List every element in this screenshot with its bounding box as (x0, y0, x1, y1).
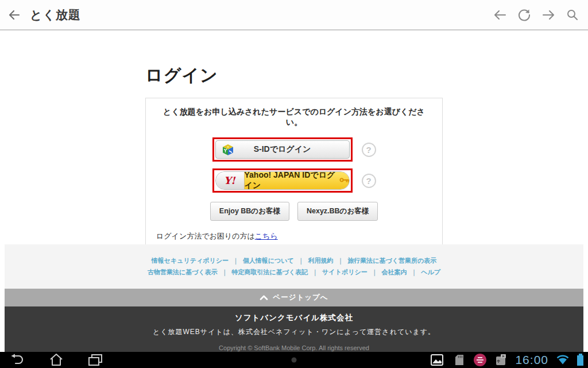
browser-search-icon[interactable] (565, 7, 580, 22)
footer: 情報セキュリティポリシー｜個人情報について｜利用規約｜旅行業法に基づく営業所の表… (5, 244, 583, 352)
browser-refresh-icon[interactable] (517, 7, 532, 22)
key-icon (339, 175, 349, 186)
android-recents-icon[interactable] (87, 353, 103, 367)
yahoo-login-button[interactable]: Y! Yahoo! JAPAN IDでログイン (215, 171, 350, 190)
footer-link-separator: ｜ (372, 269, 378, 275)
footer-link-separator: ｜ (338, 257, 344, 264)
chevron-up-icon (260, 295, 268, 300)
dark-footer: ソフトバンクモバイル株式会社 とく放題WEBサイトは、株式会社ベネフィット・ワン… (5, 306, 583, 352)
footer-link[interactable]: 旅行業法に基づく営業所の表示 (347, 257, 436, 264)
footer-link[interactable]: ヘルプ (421, 269, 440, 275)
footer-link[interactable]: 利用規約 (308, 257, 334, 264)
android-back-icon[interactable] (9, 353, 25, 367)
wifi-icon (555, 353, 571, 367)
sd-card-notification-icon[interactable] (451, 353, 467, 367)
copyright-text: Copyright © SoftBank Mobile Corp. All ri… (5, 344, 583, 351)
nexyz-bb-button[interactable]: Nexyz.BBのお客様 (297, 202, 378, 221)
footer-link[interactable]: 会社案内 (381, 269, 407, 275)
yahoo-logo-icon: Y! (216, 172, 245, 189)
app-back-icon[interactable] (7, 7, 22, 22)
browser-forward-icon[interactable] (541, 7, 556, 22)
yahoo-help-icon[interactable]: ? (362, 174, 376, 188)
login-heading: ログイン (145, 64, 443, 87)
app-notification-badge-icon[interactable] (474, 354, 486, 366)
system-bar-center-dot (292, 358, 297, 363)
footer-link-separator: ｜ (312, 269, 318, 275)
help-line: ログイン方法でお困りの方はこちら (155, 231, 433, 241)
footer-link-separator: ｜ (233, 257, 239, 264)
android-home-icon[interactable] (48, 353, 64, 367)
login-instruction: とく放題をお申し込みされたサービスでのログイン方法をお選びください。 (155, 107, 433, 128)
page-top-button[interactable]: ページトップへ (5, 289, 583, 306)
page-top-label: ページトップへ (273, 293, 328, 302)
sid-help-icon[interactable]: ? (362, 143, 376, 157)
operated-by-text: とく放題WEBサイトは、株式会社ベネフィット・ワンによって運営されています。 (5, 327, 583, 337)
enjoy-bb-button[interactable]: Enjoy BBのお客様 (210, 202, 289, 221)
help-text: ログイン方法でお困りの方は (156, 232, 255, 240)
sid-login-button-label: S-IDでログイン (254, 144, 311, 155)
browser-top-bar: とく放題 (0, 0, 588, 30)
yahoo-highlight-frame: Y! Yahoo! JAPAN IDでログイン (212, 168, 353, 193)
sid-cube-icon (221, 143, 235, 159)
gallery-notification-icon[interactable] (429, 353, 445, 367)
company-name: ソフトバンクモバイル株式会社 (5, 313, 583, 323)
sid-login-button[interactable]: S-IDでログイン (215, 140, 350, 159)
footer-link[interactable]: 情報セキュリティポリシー (152, 257, 229, 264)
system-clock[interactable]: 16:00 (515, 353, 548, 367)
battery-icon (577, 355, 583, 366)
footer-link[interactable]: 個人情報について (243, 257, 294, 264)
question-mark: ? (366, 176, 371, 186)
footer-link-separator: ｜ (222, 269, 228, 275)
page-title: とく放題 (30, 7, 81, 23)
android-system-bar: 16:00 (0, 352, 588, 368)
footer-links-row-1: 情報セキュリティポリシー｜個人情報について｜利用規約｜旅行業法に基づく営業所の表… (152, 256, 437, 265)
footer-link-separator: ｜ (298, 257, 304, 264)
help-link[interactable]: こちら (255, 232, 278, 240)
sid-highlight-frame: S-IDでログイン (212, 137, 353, 162)
yahoo-login-button-label: Yahoo! JAPAN IDでログイン (245, 171, 336, 190)
footer-link[interactable]: サイトポリシー (322, 269, 368, 275)
footer-links-row-2: 古物営業法に基づく表示｜特定商取引法に基づく表記｜サイトポリシー｜会社案内｜ヘル… (148, 268, 440, 277)
question-mark: ? (366, 145, 371, 155)
login-box: とく放題をお申し込みされたサービスでのログイン方法をお選びください。 (145, 98, 443, 254)
footer-link-separator: ｜ (411, 269, 417, 275)
footer-link[interactable]: 特定商取引法に基づく表記 (232, 269, 308, 275)
footer-links-band: 情報セキュリティポリシー｜個人情報について｜利用規約｜旅行業法に基づく営業所の表… (5, 244, 583, 289)
main-content: ログイン とく放題をお申し込みされたサービスでのログイン方法をお選びください。 (0, 30, 588, 254)
browser-back-icon[interactable] (493, 7, 508, 22)
footer-link[interactable]: 古物営業法に基づく表示 (148, 269, 218, 275)
screenshot-notification-icon[interactable] (493, 353, 509, 367)
